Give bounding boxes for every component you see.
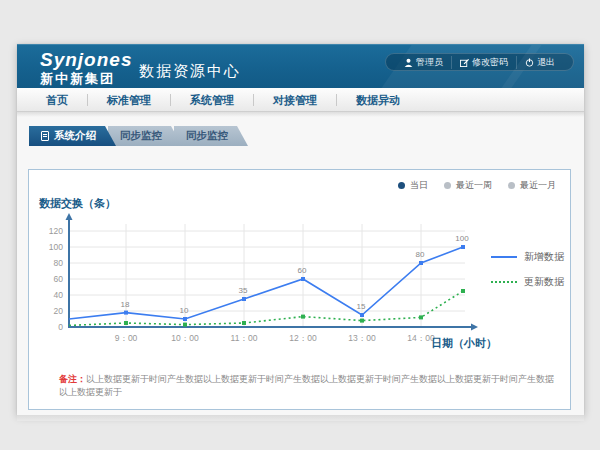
tab-0[interactable]: 系统介绍 [29, 126, 116, 146]
svg-text:100: 100 [455, 234, 469, 243]
y-axis-title: 数据交换（条） [39, 196, 116, 211]
footnote-text: 以上数据更新于时间产生数据以上数据更新于时间产生数据以上数据更新于时间产生数据以… [59, 374, 554, 397]
svg-text:60: 60 [54, 274, 64, 284]
nav-item-2[interactable]: 系统管理 [171, 94, 254, 106]
app-header: Synjones 新中新集团 数据资源中心 管理员修改密码退出 [17, 44, 584, 88]
period-option-1[interactable]: 最近一周 [444, 179, 492, 192]
svg-text:100: 100 [49, 242, 63, 252]
svg-text:120: 120 [49, 226, 63, 236]
period-option-2[interactable]: 最近一月 [508, 179, 556, 192]
period-option-0[interactable]: 当日 [398, 179, 428, 192]
nav-item-0[interactable]: 首页 [27, 94, 88, 106]
radio-dot [444, 182, 451, 189]
svg-text:15: 15 [357, 302, 366, 311]
tab-2[interactable]: 同步监控 [174, 126, 248, 146]
svg-text:12：00: 12：00 [289, 333, 317, 343]
legend-item-0: 新增数据 [491, 250, 564, 264]
document-icon [41, 131, 49, 141]
page-title: 数据资源中心 [139, 62, 241, 81]
footnote-label: 备注： [59, 374, 86, 384]
brand-logo[interactable]: Synjones 新中新集团 [40, 50, 132, 85]
solid-line-swatch [491, 256, 517, 258]
svg-text:10：00: 10：00 [171, 333, 199, 343]
user-menu-power[interactable]: 退出 [516, 56, 563, 69]
period-filter: 当日最近一周最近一月 [398, 179, 556, 192]
svg-text:0: 0 [58, 322, 63, 332]
x-axis-title: 日期（小时） [431, 336, 497, 351]
tab-bar: 系统介绍同步监控同步监控 [29, 126, 584, 146]
legend-item-1: 更新数据 [491, 275, 564, 289]
footnote: 备注：以上数据更新于时间产生数据以上数据更新于时间产生数据以上数据更新于时间产生… [59, 373, 554, 398]
radio-dot [398, 182, 405, 189]
user-icon [404, 58, 413, 67]
main-nav: 首页标准管理系统管理对接管理数据异动 [17, 88, 584, 112]
brand-logo-cn: 新中新集团 [40, 72, 132, 85]
svg-text:80: 80 [54, 258, 64, 268]
radio-dot [508, 182, 515, 189]
nav-item-1[interactable]: 标准管理 [88, 94, 171, 106]
svg-text:40: 40 [54, 290, 64, 300]
svg-text:20: 20 [54, 306, 64, 316]
svg-text:10: 10 [180, 306, 189, 315]
chart-panel: 当日最近一周最近一月 数据交换（条） 0204060801001209：0010… [28, 169, 571, 410]
svg-text:18: 18 [121, 300, 130, 309]
svg-text:60: 60 [298, 266, 307, 275]
brand-logo-en: Synjones [40, 50, 132, 69]
svg-text:80: 80 [416, 250, 425, 259]
svg-text:35: 35 [239, 286, 248, 295]
user-menu-edit[interactable]: 修改密码 [451, 56, 516, 69]
user-toolbar: 管理员修改密码退出 [385, 53, 574, 71]
svg-text:11：00: 11：00 [231, 333, 258, 343]
nav-item-4[interactable]: 数据异动 [337, 94, 419, 106]
user-menu-user[interactable]: 管理员 [396, 56, 451, 69]
tab-1[interactable]: 同步监控 [108, 126, 182, 146]
app-window: Synjones 新中新集团 数据资源中心 管理员修改密码退出 首页标准管理系统… [17, 44, 584, 415]
dotted-line-swatch [491, 281, 517, 283]
svg-text:13：00: 13：00 [348, 333, 376, 343]
nav-shadow [17, 112, 584, 117]
nav-item-3[interactable]: 对接管理 [254, 94, 337, 106]
power-icon [525, 58, 534, 67]
svg-text:9：00: 9：00 [115, 333, 138, 343]
edit-icon [460, 58, 469, 67]
series-legend: 新增数据更新数据 [491, 250, 564, 289]
window-footer [17, 415, 584, 421]
